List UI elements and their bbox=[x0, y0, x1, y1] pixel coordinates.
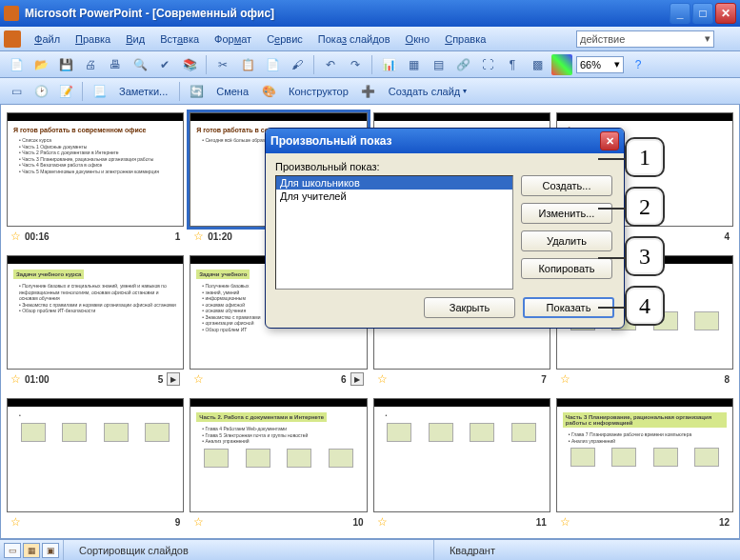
transition-icon: ☆ bbox=[560, 515, 570, 529]
dialog-titlebar[interactable]: Произвольный показ ✕ bbox=[266, 129, 624, 153]
slide-thumbnail[interactable]: • ☆9 bbox=[7, 398, 184, 531]
new-slide-button[interactable]: Создать слайд▾ bbox=[383, 86, 472, 97]
cut-icon[interactable]: ✂ bbox=[212, 54, 233, 75]
animation-icon: ▶ bbox=[350, 372, 364, 386]
status-mid: Квадрант bbox=[433, 540, 510, 560]
notes-icon[interactable]: 📃 bbox=[89, 81, 110, 102]
normal-view-button[interactable]: ▭ bbox=[4, 543, 21, 558]
callout-1: 1 bbox=[625, 137, 665, 177]
research-icon[interactable]: 📚 bbox=[179, 54, 200, 75]
menubar: Файл Правка Вид Вставка Формат Сервис По… bbox=[0, 27, 740, 51]
copy-button[interactable]: Копировать bbox=[521, 258, 612, 279]
window-title: Microsoft PowerPoint - [Современный офис… bbox=[25, 7, 668, 20]
document-control-icon[interactable] bbox=[4, 30, 21, 48]
callout-4: 4 bbox=[625, 286, 665, 326]
undo-icon[interactable]: ↶ bbox=[320, 54, 341, 75]
separator bbox=[313, 55, 314, 74]
slideshow-view-button[interactable]: ▣ bbox=[42, 543, 59, 558]
status-view-mode: Сортировщик слайдов bbox=[63, 540, 204, 560]
rehearse-icon[interactable]: 🕑 bbox=[30, 81, 51, 102]
standard-toolbar: 📄 📂 💾 🖨 🖶 🔍 ✔ 📚 ✂ 📋 📄 🖌 ↶ ↷ 📊 ▦ ▤ 🔗 ⛶ ¶ … bbox=[0, 51, 740, 78]
menu-slideshow[interactable]: Показ слайдов bbox=[310, 30, 398, 48]
spelling-icon[interactable]: ✔ bbox=[154, 54, 175, 75]
transition-icon[interactable]: 🔄 bbox=[186, 81, 207, 102]
transition-icon: ☆ bbox=[377, 515, 388, 529]
separator bbox=[206, 55, 207, 74]
slide-thumbnail[interactable]: Часть 3 Планирование, рациональная орган… bbox=[556, 398, 733, 531]
slide-thumbnail[interactable]: Я готов работать в современном офисе• Сп… bbox=[7, 112, 184, 246]
format-painter-icon[interactable]: 🖌 bbox=[287, 54, 308, 75]
redo-icon[interactable]: ↷ bbox=[345, 54, 366, 75]
dialog-title: Произвольный показ bbox=[270, 134, 391, 148]
new-icon[interactable]: 📄 bbox=[6, 54, 27, 75]
menu-window[interactable]: Окно bbox=[398, 30, 438, 48]
help-icon[interactable]: ? bbox=[628, 54, 649, 75]
save-icon[interactable]: 💾 bbox=[55, 54, 76, 75]
hyperlink-icon[interactable]: 🔗 bbox=[452, 54, 473, 75]
menu-view[interactable]: Вид bbox=[118, 30, 152, 48]
help-search-input[interactable]: действие▾ bbox=[576, 30, 714, 48]
separator bbox=[371, 55, 372, 74]
statusbar: ▭ ▦ ▣ Сортировщик слайдов Квадрант bbox=[0, 539, 740, 560]
edit-button[interactable]: Изменить... bbox=[521, 203, 612, 224]
permission-icon[interactable]: 🖨 bbox=[80, 54, 101, 75]
list-item[interactable]: Для учителей bbox=[276, 190, 512, 203]
transition-icon: ☆ bbox=[193, 515, 204, 529]
transition-icon: ☆ bbox=[560, 372, 570, 386]
menu-help[interactable]: Справка bbox=[437, 30, 493, 48]
callout-3: 3 bbox=[625, 236, 665, 276]
transition-button[interactable]: Смена bbox=[210, 86, 254, 97]
hide-slide-icon[interactable]: ▭ bbox=[6, 81, 27, 102]
show-formatting-icon[interactable]: ¶ bbox=[502, 54, 523, 75]
slide-thumbnail[interactable]: Задачи учебного курса• Получение базовых… bbox=[7, 255, 184, 389]
list-item[interactable]: Для школьников bbox=[276, 176, 512, 190]
menu-format[interactable]: Формат bbox=[207, 30, 259, 48]
slide-thumbnail[interactable]: • ☆11 bbox=[373, 398, 550, 531]
dialog-close-button[interactable]: ✕ bbox=[600, 131, 619, 150]
close-button[interactable]: ✕ bbox=[715, 3, 736, 24]
callout-2: 2 bbox=[625, 187, 665, 227]
menu-tools[interactable]: Сервис bbox=[259, 30, 310, 48]
delete-button[interactable]: Удалить bbox=[521, 230, 612, 251]
maximize-button[interactable]: □ bbox=[692, 3, 713, 24]
design-icon[interactable]: 🎨 bbox=[258, 81, 279, 102]
custom-shows-listbox[interactable]: Для школьников Для учителей bbox=[275, 175, 513, 290]
designer-button[interactable]: Конструктор bbox=[283, 86, 354, 97]
open-icon[interactable]: 📂 bbox=[30, 54, 51, 75]
paste-icon[interactable]: 📄 bbox=[262, 54, 283, 75]
titlebar: Microsoft PowerPoint - [Современный офис… bbox=[0, 0, 740, 27]
menu-edit[interactable]: Правка bbox=[68, 30, 118, 48]
chart-icon[interactable]: 📊 bbox=[378, 54, 399, 75]
minimize-button[interactable]: _ bbox=[670, 3, 690, 24]
print-icon[interactable]: 🖶 bbox=[105, 54, 126, 75]
transition-icon: ☆ bbox=[10, 372, 21, 386]
menu-insert[interactable]: Вставка bbox=[152, 30, 207, 48]
slide-thumbnail[interactable]: Часть 2. Работа с документами в Интернет… bbox=[190, 398, 367, 531]
menu-file[interactable]: Файл bbox=[27, 30, 68, 48]
table-icon[interactable]: ▦ bbox=[403, 54, 424, 75]
show-grid-icon[interactable]: ▩ bbox=[527, 54, 548, 75]
preview-icon[interactable]: 🔍 bbox=[130, 54, 150, 75]
expand-icon[interactable]: ⛶ bbox=[477, 54, 498, 75]
transition-icon: ☆ bbox=[10, 230, 21, 243]
transition-icon: ☆ bbox=[377, 372, 388, 386]
transition-icon: ☆ bbox=[193, 372, 204, 386]
custom-show-dialog: Произвольный показ ✕ Произвольный показ:… bbox=[265, 128, 625, 329]
color-icon[interactable] bbox=[551, 54, 572, 75]
dialog-label: Произвольный показ: bbox=[275, 161, 614, 172]
close-dialog-button[interactable]: Закрыть bbox=[424, 297, 515, 318]
notes-button[interactable]: Заметки... bbox=[113, 86, 173, 97]
transition-icon: ☆ bbox=[193, 230, 204, 243]
create-button[interactable]: Создать... bbox=[521, 175, 612, 196]
copy-icon[interactable]: 📋 bbox=[237, 54, 258, 75]
task-toolbar: ▭ 🕑 📝 📃 Заметки... 🔄 Смена 🎨 Конструктор… bbox=[0, 78, 740, 105]
sorter-view-button[interactable]: ▦ bbox=[23, 543, 40, 558]
summary-icon[interactable]: 📝 bbox=[55, 81, 76, 102]
annotation-callouts: 1 2 3 4 bbox=[625, 137, 665, 335]
separator bbox=[82, 82, 83, 101]
app-icon bbox=[4, 6, 19, 21]
zoom-combo[interactable]: 66%▾ bbox=[576, 56, 624, 73]
tables-borders-icon[interactable]: ▤ bbox=[428, 54, 449, 75]
separator bbox=[179, 82, 180, 101]
new-slide-icon[interactable]: ➕ bbox=[358, 81, 379, 102]
